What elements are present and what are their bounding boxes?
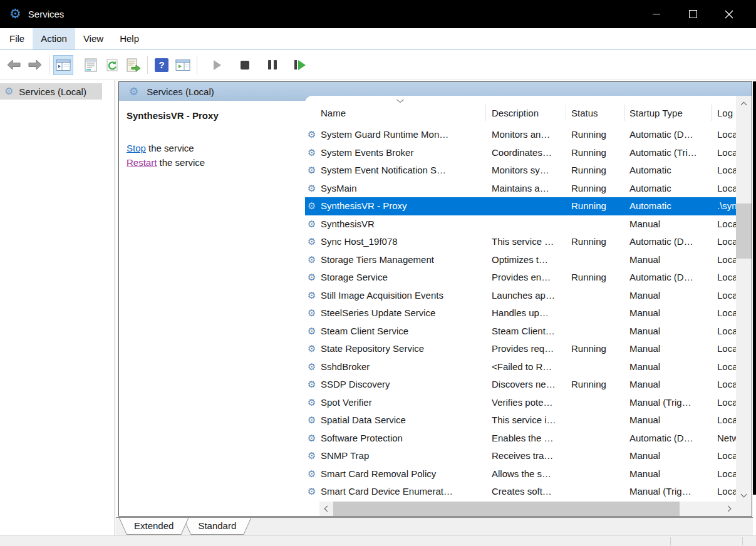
service-row[interactable]: ⚙Spatial Data ServiceThis service i…Manu…: [305, 411, 736, 430]
service-row[interactable]: ⚙System Event Notification S…Monitors sy…: [305, 162, 736, 180]
restart-service-button[interactable]: [290, 55, 310, 75]
maximize-button[interactable]: [675, 0, 711, 28]
chevron-right-icon: [725, 506, 732, 512]
scroll-left-button[interactable]: [319, 502, 333, 516]
service-row[interactable]: ⚙SynthesisVRManualLoca: [305, 215, 736, 234]
snapin-title: Services (Local): [147, 86, 214, 97]
service-row[interactable]: ⚙SteelSeries Update ServiceHandles up…Ma…: [305, 304, 736, 322]
show-console-tree-button[interactable]: [53, 55, 73, 75]
service-status: Running: [571, 180, 626, 198]
export-list-button[interactable]: [123, 55, 143, 75]
column-header-name[interactable]: Name: [321, 108, 346, 118]
service-row[interactable]: ⚙System Guard Runtime Mon…Monitors an…Ru…: [305, 126, 736, 144]
pause-icon: [268, 60, 277, 70]
minimize-button[interactable]: [638, 0, 675, 28]
service-row[interactable]: ⚙Spot VerifierVerifies pote…Manual (Trig…: [305, 394, 736, 412]
service-log-on-as: Loca: [717, 251, 736, 269]
service-gear-icon: ⚙: [308, 144, 320, 162]
service-log-on-as: Loca: [717, 215, 736, 234]
service-row[interactable]: ⚙Smart Card Removal PolicyAllows the s…M…: [305, 465, 736, 483]
column-header-log-on-as[interactable]: Log: [717, 108, 733, 118]
column-divider: [711, 105, 712, 121]
service-row[interactable]: ⚙Steam Client ServiceSteam Client…Manual…: [305, 322, 736, 341]
service-startup-type: Manual: [629, 304, 713, 322]
stop-service-button[interactable]: [235, 55, 255, 75]
horizontal-scrollbar-thumb[interactable]: [333, 502, 680, 516]
column-header-description[interactable]: Description: [492, 108, 539, 118]
service-row[interactable]: ⚙Storage ServiceProvides en…RunningAutom…: [305, 269, 736, 287]
show-action-pane-button[interactable]: [173, 55, 193, 75]
status-bar: [0, 535, 756, 546]
view-tabs: Extended Standard: [116, 517, 753, 535]
menu-help[interactable]: Help: [111, 28, 147, 49]
service-name: SysMain: [321, 180, 485, 198]
chevron-down-icon: [741, 492, 747, 498]
column-header-status[interactable]: Status: [571, 108, 598, 118]
service-log-on-as: Loca: [717, 376, 736, 394]
restart-service-link[interactable]: Restart: [127, 157, 157, 168]
stop-service-link[interactable]: Stop: [127, 143, 146, 153]
service-gear-icon: ⚙: [308, 215, 320, 234]
menu-action[interactable]: Action: [33, 28, 75, 49]
vertical-scrollbar[interactable]: [736, 96, 752, 502]
start-service-button[interactable]: [207, 55, 227, 75]
tab-extended[interactable]: Extended: [119, 518, 189, 535]
console-tree-panel: ⚙ Services (Local): [0, 80, 115, 535]
column-divider: [485, 105, 486, 121]
menu-view[interactable]: View: [75, 28, 111, 49]
service-row[interactable]: ⚙Smart Card Device Enumerat…Creates soft…: [305, 483, 736, 501]
tree-item-label: Services (Local): [19, 86, 86, 97]
column-divider: [624, 105, 625, 121]
forward-button[interactable]: [25, 55, 45, 75]
service-startup-type: Automatic (D…: [629, 269, 713, 287]
menu-file[interactable]: File: [1, 28, 33, 49]
service-row[interactable]: ⚙Storage Tiers ManagementOptimizes t…Man…: [305, 251, 736, 269]
service-log-on-as: Loca: [717, 287, 736, 305]
service-description: Launches ap…: [492, 287, 568, 305]
service-row[interactable]: ⚙SynthesisVR - ProxyRunningAutomatic.\sy…: [305, 197, 736, 215]
back-button[interactable]: [4, 55, 24, 75]
service-row[interactable]: ⚙SNMP TrapReceives tra…ManualLoca: [305, 447, 736, 465]
service-row[interactable]: ⚙Still Image Acquisition EventsLaunches …: [305, 287, 736, 305]
service-log-on-as: .\syn: [717, 197, 736, 215]
service-row[interactable]: ⚙SysMainMaintains a…RunningAutomaticLoca: [305, 180, 736, 198]
service-name: Software Protection: [321, 430, 485, 448]
tab-standard-label: Standard: [183, 518, 251, 533]
properties-button[interactable]: [81, 55, 101, 75]
tree-item-services-local[interactable]: ⚙ Services (Local): [0, 83, 102, 100]
tab-standard[interactable]: Standard: [183, 518, 251, 535]
service-row[interactable]: ⚙SSDP DiscoveryDiscovers ne…RunningManua…: [305, 376, 736, 394]
service-row[interactable]: ⚙System Events BrokerCoordinates…Running…: [305, 144, 736, 162]
close-button[interactable]: [711, 0, 747, 28]
column-header-startup-type[interactable]: Startup Type: [629, 108, 683, 118]
service-row[interactable]: ⚙Sync Host_19f078This service …RunningAu…: [305, 233, 736, 251]
help-button[interactable]: ?: [152, 55, 172, 75]
service-startup-type: Manual: [629, 215, 713, 234]
service-row[interactable]: ⚙SshdBroker<Failed to R…ManualLoca: [305, 358, 736, 376]
service-gear-icon: ⚙: [308, 430, 320, 448]
service-name: Smart Card Device Enumerat…: [321, 483, 485, 501]
horizontal-scrollbar-track[interactable]: [333, 502, 722, 516]
service-startup-type: Manual (Trig…: [629, 394, 713, 412]
service-name: Storage Service: [321, 269, 485, 287]
service-name: Still Image Acquisition Events: [321, 287, 485, 305]
service-row[interactable]: ⚙State Repository ServiceProvides req…Ru…: [305, 340, 736, 358]
refresh-button[interactable]: [102, 55, 122, 75]
service-status: Running: [571, 126, 626, 144]
service-row[interactable]: ⚙Software ProtectionEnables the …Automat…: [305, 430, 736, 448]
service-startup-type: Automatic (Tri…: [629, 144, 713, 162]
service-log-on-as: Loca: [717, 394, 736, 412]
scroll-up-button[interactable]: [736, 97, 752, 110]
scroll-down-button[interactable]: [736, 489, 752, 502]
service-name: Sync Host_19f078: [321, 233, 485, 251]
service-status: Running: [571, 233, 626, 251]
service-description: Optimizes t…: [492, 251, 568, 269]
pause-service-button[interactable]: [262, 55, 282, 75]
stop-icon: [241, 61, 249, 70]
service-gear-icon: ⚙: [308, 251, 320, 269]
service-status: Running: [571, 197, 626, 215]
service-name: System Events Broker: [321, 144, 485, 162]
scroll-right-button[interactable]: [722, 502, 736, 516]
vertical-scrollbar-thumb[interactable]: [736, 203, 752, 259]
horizontal-scrollbar[interactable]: [319, 502, 736, 516]
